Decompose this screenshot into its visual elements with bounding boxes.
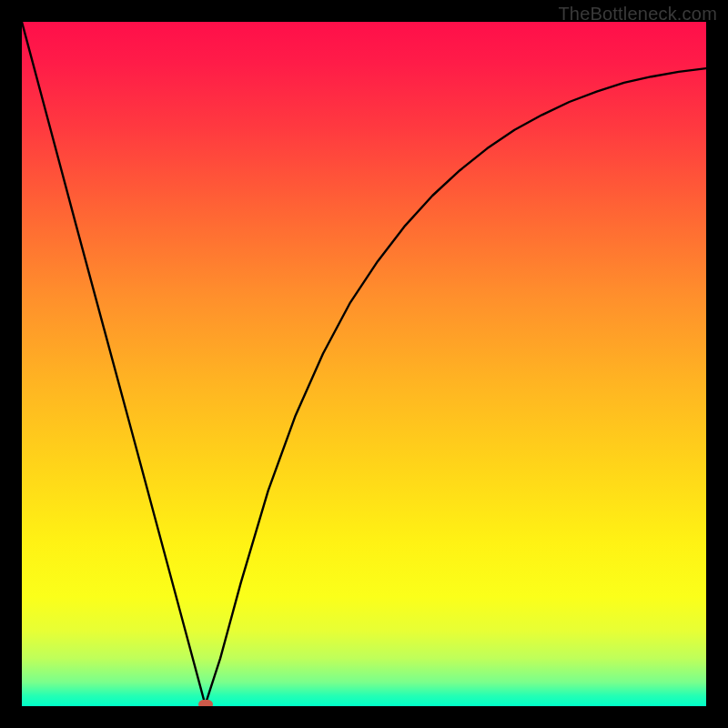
chart-frame: TheBottleneck.com <box>0 0 728 728</box>
plot-area <box>22 22 706 706</box>
bottleneck-curve <box>22 22 706 705</box>
minimum-marker-dot <box>198 700 213 706</box>
watermark-text: TheBottleneck.com <box>558 4 717 25</box>
curve-svg <box>22 22 706 706</box>
